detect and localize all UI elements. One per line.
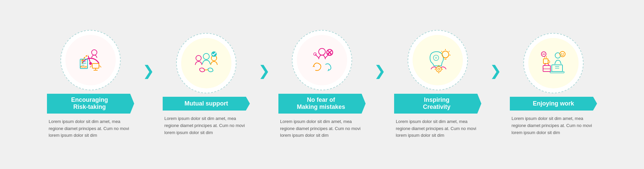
desc-no-fear: Lorem ipsum dolor sit dim amet, mea regi… <box>278 118 366 139</box>
label-enjoying-work: Enjoying work <box>510 97 597 111</box>
circle-encouraging-risk: RISK <box>60 30 121 90</box>
svg-point-35 <box>438 68 440 70</box>
item-encouraging-risk: RISK <box>35 30 146 139</box>
desc-encouraging-risk: Lorem ipsum dolor sit dim amet, mea regi… <box>47 118 134 139</box>
svg-rect-3 <box>92 64 99 68</box>
label-inspiring-creativity: Inspiring Creativity <box>394 94 481 114</box>
svg-rect-42 <box>550 72 564 73</box>
support-icon <box>191 48 221 78</box>
svg-text:RISK: RISK <box>80 65 88 69</box>
svg-point-26 <box>435 57 437 59</box>
svg-rect-47 <box>543 59 548 64</box>
svg-point-1 <box>89 62 92 65</box>
label-mutual-support: Mutual support <box>163 97 250 111</box>
svg-point-12 <box>196 55 201 61</box>
infographic-container: RISK <box>12 27 632 143</box>
svg-point-34 <box>436 67 441 72</box>
circle-inspiring-creativity <box>408 30 468 90</box>
svg-point-51 <box>563 53 564 54</box>
circle-mutual-support <box>176 33 236 93</box>
desc-inspiring-creativity: Lorem ipsum dolor sit dim amet, mea regi… <box>394 118 481 139</box>
svg-point-50 <box>561 53 562 54</box>
svg-point-20 <box>314 53 316 55</box>
desc-enjoying-work: Lorem ipsum dolor sit dim amet, mea regi… <box>510 115 597 136</box>
svg-rect-45 <box>543 66 550 72</box>
label-no-fear: No fear of Making mistakes <box>278 94 366 114</box>
svg-point-10 <box>81 59 83 61</box>
item-no-fear: No fear of Making mistakes Lorem ipsum d… <box>267 30 377 139</box>
svg-point-17 <box>319 48 325 55</box>
risk-icon: RISK <box>75 45 106 75</box>
label-encouraging-risk: Encouraging Risk-taking <box>47 94 134 114</box>
svg-point-49 <box>560 51 565 57</box>
item-mutual-support: Mutual support Lorem ipsum dolor sit dim… <box>151 33 262 136</box>
svg-line-31 <box>449 51 449 52</box>
circle-no-fear <box>292 30 352 90</box>
svg-point-11 <box>92 50 97 55</box>
mistakes-icon <box>307 45 337 75</box>
svg-line-33 <box>441 51 442 52</box>
item-inspiring-creativity: Inspiring Creativity Lorem ipsum dolor s… <box>382 30 493 139</box>
circle-enjoying-work <box>523 33 584 93</box>
desc-mutual-support: Lorem ipsum dolor sit dim amet, mea regi… <box>163 115 250 136</box>
work-icon <box>538 48 569 78</box>
creativity-icon <box>423 45 453 75</box>
svg-point-13 <box>203 53 209 59</box>
svg-point-27 <box>442 51 449 58</box>
item-enjoying-work: Enjoying work Lorem ipsum dolor sit dim … <box>498 33 609 136</box>
